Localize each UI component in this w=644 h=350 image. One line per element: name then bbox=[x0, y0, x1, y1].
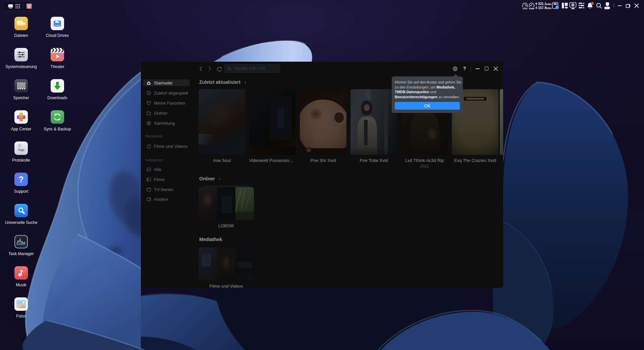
svg-text:RAM: RAM bbox=[529, 7, 534, 10]
svg-text:?: ? bbox=[18, 175, 23, 184]
svg-text:CPU: CPU bbox=[523, 7, 527, 10]
svg-text:157.9KB/s: 157.9KB/s bbox=[538, 6, 552, 10]
svg-text:331.1KB/s: 331.1KB/s bbox=[538, 2, 552, 6]
svg-text:/logs: /logs bbox=[18, 148, 24, 152]
